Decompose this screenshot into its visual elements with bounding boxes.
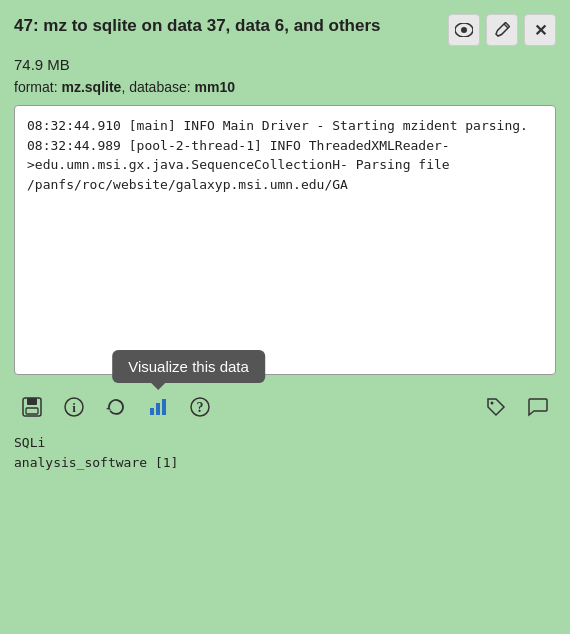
log-content: 08:32:44.910 [main] INFO Main Driver - S… — [27, 118, 528, 192]
bottom-text: SQLi analysis_software [1] — [0, 429, 570, 482]
svg-rect-10 — [162, 399, 166, 415]
bottom-line1: SQLi — [14, 433, 556, 453]
svg-rect-8 — [150, 408, 154, 415]
svg-rect-9 — [156, 403, 160, 415]
question-icon: ? — [189, 396, 211, 418]
header-row: 47: mz to sqlite on data 37, data 6, and… — [14, 14, 556, 46]
svg-text:?: ? — [197, 400, 204, 415]
card-title: 47: mz to sqlite on data 37, data 6, and… — [14, 14, 438, 38]
file-size: 74.9 MB — [14, 56, 556, 73]
refresh-button[interactable] — [98, 389, 134, 425]
save-icon — [21, 396, 43, 418]
refresh-icon — [105, 396, 127, 418]
main-card: 47: mz to sqlite on data 37, data 6, and… — [0, 0, 570, 429]
svg-rect-4 — [27, 398, 37, 405]
chart-button[interactable] — [140, 389, 176, 425]
comment-button[interactable] — [520, 389, 556, 425]
close-button[interactable]: ✕ — [524, 14, 556, 46]
format-value: mz.sqlite — [61, 79, 121, 95]
help-button[interactable]: ? — [182, 389, 218, 425]
tag-button[interactable] — [478, 389, 514, 425]
close-icon: ✕ — [534, 21, 547, 40]
chart-icon — [147, 396, 169, 418]
toolbar-right — [478, 389, 556, 425]
info-button[interactable]: i — [56, 389, 92, 425]
svg-point-1 — [461, 27, 467, 33]
header-icons: ✕ — [448, 14, 556, 46]
format-line: format: mz.sqlite, database: mm10 — [14, 79, 556, 95]
database-label: database: — [129, 79, 191, 95]
visualize-tooltip-wrapper: Visualize this data — [140, 389, 176, 425]
svg-rect-5 — [26, 408, 38, 414]
svg-text:i: i — [72, 400, 76, 415]
log-box: 08:32:44.910 [main] INFO Main Driver - S… — [14, 105, 556, 375]
format-label: format: — [14, 79, 58, 95]
database-value: mm10 — [195, 79, 235, 95]
view-button[interactable] — [448, 14, 480, 46]
info-icon: i — [63, 396, 85, 418]
eye-icon — [455, 23, 473, 37]
svg-point-13 — [491, 402, 494, 405]
edit-button[interactable] — [486, 14, 518, 46]
pencil-icon — [494, 22, 510, 38]
save-button[interactable] — [14, 389, 50, 425]
comment-icon — [527, 396, 549, 418]
bottom-line2: analysis_software [1] — [14, 453, 556, 473]
toolbar-left: i Visualize this data — [14, 389, 218, 425]
toolbar-row: i Visualize this data — [14, 385, 556, 429]
tag-icon — [485, 396, 507, 418]
